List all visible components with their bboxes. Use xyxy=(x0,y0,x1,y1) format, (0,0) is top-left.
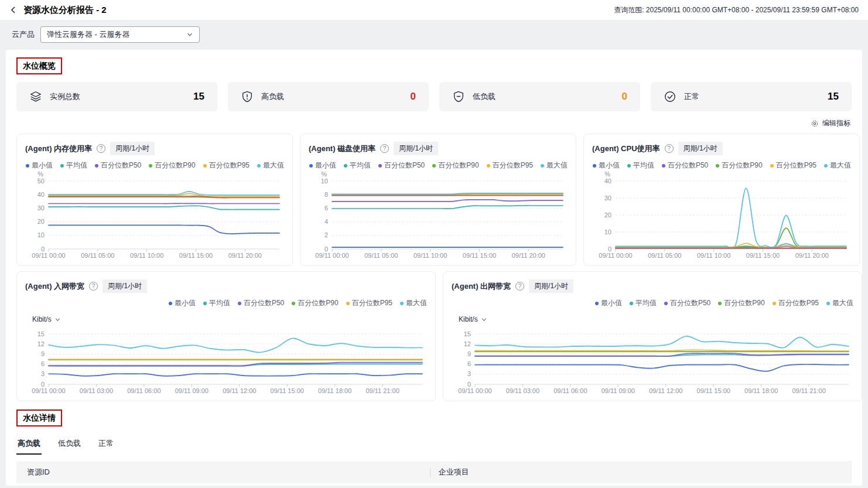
tab-normal[interactable]: 正常 xyxy=(97,434,115,455)
svg-text:09/11 09:00: 09/11 09:00 xyxy=(175,387,209,394)
unit-selector[interactable]: Kibit/s xyxy=(459,315,853,323)
legend-item[interactable]: 平均值 xyxy=(630,298,657,308)
legend-dot xyxy=(824,164,828,168)
tab-high-load[interactable]: 高负载 xyxy=(16,434,42,455)
legend-item[interactable]: 百分位数P90 xyxy=(432,161,479,170)
legend-item[interactable]: 百分位数P95 xyxy=(346,298,392,308)
legend-item[interactable]: 百分位数P90 xyxy=(292,298,338,308)
legend-item[interactable]: 最大值 xyxy=(257,161,284,170)
legend-item[interactable]: 最小值 xyxy=(309,161,336,170)
legend-item[interactable]: 百分位数P50 xyxy=(238,298,284,308)
svg-text:30: 30 xyxy=(37,204,45,211)
svg-text:6: 6 xyxy=(324,204,328,211)
svg-text:9: 9 xyxy=(467,350,471,357)
help-icon[interactable]: ? xyxy=(380,144,389,153)
legend-item[interactable]: 最小值 xyxy=(169,298,196,308)
legend-item[interactable]: 最小值 xyxy=(595,298,622,308)
series-line xyxy=(49,192,279,195)
help-icon[interactable]: ? xyxy=(89,282,98,291)
stat-value: 15 xyxy=(828,91,839,103)
svg-text:20: 20 xyxy=(604,211,611,219)
inbound-bandwidth-line-chart[interactable]: 0369121509/11 00:0009/11 03:0009/11 06:0… xyxy=(25,325,427,398)
chart-legend: 最小值平均值百分位数P50百分位数P90百分位数P95最大值 xyxy=(452,298,853,308)
legend-item[interactable]: 百分位数P95 xyxy=(773,298,819,308)
cpu-usage-line-chart[interactable]: 010203040%09/11 00:0009/11 05:0009/11 10… xyxy=(592,172,851,263)
legend-item[interactable]: 百分位数P50 xyxy=(95,161,141,170)
svg-text:3: 3 xyxy=(41,370,45,377)
legend-item[interactable]: 最大值 xyxy=(541,161,568,170)
svg-text:09/11 00:00: 09/11 00:00 xyxy=(32,387,65,394)
svg-text:40: 40 xyxy=(37,191,45,198)
cloud-product-select[interactable]: 弹性云服务器 - 云服务器 xyxy=(40,26,200,43)
legend-item[interactable]: 百分位数P90 xyxy=(149,161,195,170)
svg-text:09/11 00:00: 09/11 00:00 xyxy=(458,387,491,394)
legend-item[interactable]: 平均值 xyxy=(203,298,230,308)
legend-item[interactable]: 百分位数P90 xyxy=(716,161,762,170)
svg-text:%: % xyxy=(37,172,43,178)
help-icon[interactable]: ? xyxy=(97,144,105,153)
svg-text:09/11 00:00: 09/11 00:00 xyxy=(32,252,65,259)
disk-usage-line-chart[interactable]: 0246810%09/11 00:0009/11 05:0009/11 10:0… xyxy=(309,172,568,263)
chart-legend: 最小值平均值百分位数P50百分位数P90百分位数P95最大值 xyxy=(25,161,284,170)
chart-title: (Agent) 出网带宽 xyxy=(452,281,511,292)
series-line xyxy=(475,353,849,356)
stat-card-high-load: 高负载 0 xyxy=(228,82,429,111)
period-tag: 周期/1小时 xyxy=(102,279,147,293)
tab-low-load[interactable]: 低负载 xyxy=(57,434,82,455)
legend-dot xyxy=(346,302,350,305)
legend-dot xyxy=(593,164,596,168)
unit-selector[interactable]: Kibit/s xyxy=(32,315,427,323)
legend-item[interactable]: 百分位数P95 xyxy=(203,161,250,170)
chart-title: (Agent) 入网带宽 xyxy=(25,281,84,292)
charts-row-1: (Agent) 内存使用率 ? 周期/1小时 最小值平均值百分位数P50百分位数… xyxy=(16,134,852,266)
back-button[interactable] xyxy=(9,6,18,14)
chart-card-outbound-bandwidth: (Agent) 出网带宽 ? 周期/1小时 最小值平均值百分位数P50百分位数P… xyxy=(443,271,862,401)
memory-usage-line-chart[interactable]: 01020304050%09/11 00:0009/11 05:0009/11 … xyxy=(25,172,284,263)
legend-item[interactable]: 平均值 xyxy=(344,161,371,170)
help-icon[interactable]: ? xyxy=(665,144,674,153)
legend-item[interactable]: 百分位数P50 xyxy=(662,161,708,170)
legend-dot xyxy=(770,164,774,168)
legend-item[interactable]: 最小值 xyxy=(26,161,53,170)
edit-metrics-label: 编辑指标 xyxy=(822,118,850,128)
legend-item[interactable]: 百分位数P90 xyxy=(718,298,764,308)
legend-item[interactable]: 最小值 xyxy=(593,161,620,170)
legend-dot xyxy=(149,164,152,168)
svg-text:9: 9 xyxy=(41,350,45,357)
outbound-bandwidth-line-chart[interactable]: 0369121509/11 00:0009/11 03:0009/11 06:0… xyxy=(452,325,853,398)
legend-item[interactable]: 最大值 xyxy=(400,298,427,308)
legend-item[interactable]: 最大值 xyxy=(826,298,853,308)
series-line xyxy=(332,206,563,209)
svg-text:09/11 05:00: 09/11 05:00 xyxy=(648,252,681,259)
edit-metrics-button[interactable]: 编辑指标 xyxy=(18,118,850,128)
svg-text:6: 6 xyxy=(41,360,45,367)
legend-dot xyxy=(718,302,722,305)
svg-text:09/11 18:00: 09/11 18:00 xyxy=(318,387,351,394)
help-icon[interactable]: ? xyxy=(515,282,524,291)
stat-card-total-instances: 实例总数 15 xyxy=(16,82,217,111)
chevron-left-icon xyxy=(9,6,18,14)
svg-text:09/11 00:00: 09/11 00:00 xyxy=(599,252,632,259)
legend-item[interactable]: 平均值 xyxy=(627,161,654,170)
svg-text:8: 8 xyxy=(324,191,328,198)
svg-text:09/11 10:00: 09/11 10:00 xyxy=(414,252,447,259)
legend-item[interactable]: 最大值 xyxy=(824,161,851,170)
unit-value: Kibit/s xyxy=(459,315,478,323)
svg-text:40: 40 xyxy=(604,178,611,185)
legend-item[interactable]: 百分位数P95 xyxy=(770,161,816,170)
legend-dot xyxy=(309,164,313,168)
svg-text:09/11 12:00: 09/11 12:00 xyxy=(223,387,256,394)
svg-text:0: 0 xyxy=(608,245,611,252)
series-line xyxy=(616,228,846,247)
legend-item[interactable]: 平均值 xyxy=(60,161,87,170)
svg-text:09/11 21:00: 09/11 21:00 xyxy=(792,387,825,394)
legend-item[interactable]: 百分位数P50 xyxy=(378,161,425,170)
series-line xyxy=(49,206,279,209)
table-header: 资源ID 企业项目 xyxy=(16,461,852,483)
legend-item[interactable]: 百分位数P95 xyxy=(487,161,533,170)
period-tag: 周期/1小时 xyxy=(678,142,723,155)
legend-item[interactable]: 百分位数P50 xyxy=(664,298,710,308)
period-tag: 周期/1小时 xyxy=(394,142,438,155)
legend-dot xyxy=(432,164,436,168)
cloud-product-value: 弹性云服务器 - 云服务器 xyxy=(47,29,130,40)
